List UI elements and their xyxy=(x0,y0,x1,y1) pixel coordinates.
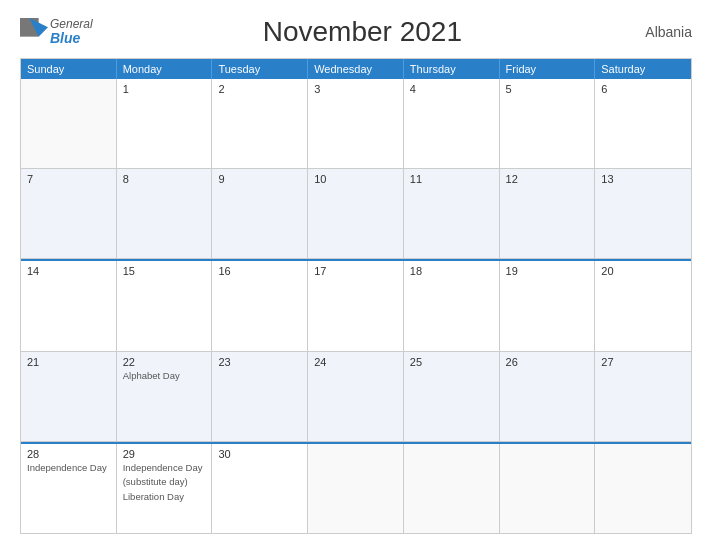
calendar-cell: 10 xyxy=(308,169,404,258)
calendar-cell: 26 xyxy=(500,352,596,441)
calendar-cell: 18 xyxy=(404,261,500,350)
cell-date: 8 xyxy=(123,173,206,185)
day-header-friday: Friday xyxy=(500,59,596,79)
calendar-week-3: 14151617181920 xyxy=(21,259,691,351)
cell-date: 11 xyxy=(410,173,493,185)
cell-date: 5 xyxy=(506,83,589,95)
cell-event: Liberation Day xyxy=(123,491,206,503)
cell-date: 29 xyxy=(123,448,206,460)
calendar-cell: 23 xyxy=(212,352,308,441)
cell-date: 24 xyxy=(314,356,397,368)
calendar-cell: 29Independence Day(substitute day)Libera… xyxy=(117,444,213,533)
cell-date: 18 xyxy=(410,265,493,277)
logo-icon xyxy=(20,18,48,46)
calendar-cell: 16 xyxy=(212,261,308,350)
cell-date: 9 xyxy=(218,173,301,185)
cell-event: Independence Day xyxy=(27,462,110,474)
day-header-saturday: Saturday xyxy=(595,59,691,79)
calendar-cell: 12 xyxy=(500,169,596,258)
cell-date: 21 xyxy=(27,356,110,368)
cell-date: 10 xyxy=(314,173,397,185)
country-label: Albania xyxy=(632,24,692,40)
cell-date: 27 xyxy=(601,356,685,368)
cell-date: 30 xyxy=(218,448,301,460)
calendar-body: 12345678910111213141516171819202122Alpha… xyxy=(21,79,691,533)
calendar-week-4: 2122Alphabet Day2324252627 xyxy=(21,352,691,442)
calendar-cell: 8 xyxy=(117,169,213,258)
cell-date: 6 xyxy=(601,83,685,95)
calendar-cell xyxy=(595,444,691,533)
day-header-tuesday: Tuesday xyxy=(212,59,308,79)
calendar-cell xyxy=(500,444,596,533)
calendar-cell: 7 xyxy=(21,169,117,258)
day-header-sunday: Sunday xyxy=(21,59,117,79)
calendar-week-2: 78910111213 xyxy=(21,169,691,259)
cell-event: Alphabet Day xyxy=(123,370,206,382)
cell-date: 19 xyxy=(506,265,589,277)
calendar-cell: 1 xyxy=(117,79,213,168)
calendar-cell: 13 xyxy=(595,169,691,258)
cell-date: 16 xyxy=(218,265,301,277)
cell-date: 1 xyxy=(123,83,206,95)
day-header-thursday: Thursday xyxy=(404,59,500,79)
calendar-cell: 27 xyxy=(595,352,691,441)
calendar-cell: 17 xyxy=(308,261,404,350)
cell-date: 22 xyxy=(123,356,206,368)
cell-date: 14 xyxy=(27,265,110,277)
day-header-wednesday: Wednesday xyxy=(308,59,404,79)
cell-date: 3 xyxy=(314,83,397,95)
logo: General Blue xyxy=(20,18,93,47)
calendar-cell xyxy=(404,444,500,533)
calendar-cell: 24 xyxy=(308,352,404,441)
cell-date: 13 xyxy=(601,173,685,185)
calendar-cell xyxy=(308,444,404,533)
calendar-cell: 19 xyxy=(500,261,596,350)
calendar-cell: 15 xyxy=(117,261,213,350)
cell-date: 23 xyxy=(218,356,301,368)
cell-date: 15 xyxy=(123,265,206,277)
calendar-cell: 3 xyxy=(308,79,404,168)
calendar-cell: 9 xyxy=(212,169,308,258)
header: General Blue November 2021 Albania xyxy=(20,16,692,48)
calendar-cell: 6 xyxy=(595,79,691,168)
calendar-cell: 4 xyxy=(404,79,500,168)
calendar-cell: 5 xyxy=(500,79,596,168)
cell-event: (substitute day) xyxy=(123,476,206,488)
calendar-header-row: SundayMondayTuesdayWednesdayThursdayFrid… xyxy=(21,59,691,79)
cell-date: 4 xyxy=(410,83,493,95)
calendar-cell: 2 xyxy=(212,79,308,168)
calendar-cell: 30 xyxy=(212,444,308,533)
calendar-week-5: 28Independence Day29Independence Day(sub… xyxy=(21,442,691,533)
calendar-title: November 2021 xyxy=(93,16,632,48)
cell-date: 12 xyxy=(506,173,589,185)
calendar-cell: 22Alphabet Day xyxy=(117,352,213,441)
cell-date: 20 xyxy=(601,265,685,277)
cell-date: 28 xyxy=(27,448,110,460)
logo-blue-text: Blue xyxy=(50,31,93,46)
cell-event: Independence Day xyxy=(123,462,206,474)
calendar-cell: 20 xyxy=(595,261,691,350)
calendar-week-1: 123456 xyxy=(21,79,691,169)
cell-date: 25 xyxy=(410,356,493,368)
calendar-cell: 28Independence Day xyxy=(21,444,117,533)
logo-text: General Blue xyxy=(50,18,93,47)
cell-date: 26 xyxy=(506,356,589,368)
calendar-cell: 14 xyxy=(21,261,117,350)
calendar-cell: 21 xyxy=(21,352,117,441)
page: General Blue November 2021 Albania Sunda… xyxy=(0,0,712,550)
calendar-cell xyxy=(21,79,117,168)
cell-date: 17 xyxy=(314,265,397,277)
calendar: SundayMondayTuesdayWednesdayThursdayFrid… xyxy=(20,58,692,534)
calendar-cell: 25 xyxy=(404,352,500,441)
cell-date: 7 xyxy=(27,173,110,185)
cell-date: 2 xyxy=(218,83,301,95)
day-header-monday: Monday xyxy=(117,59,213,79)
logo-general-text: General xyxy=(50,18,93,31)
calendar-cell: 11 xyxy=(404,169,500,258)
